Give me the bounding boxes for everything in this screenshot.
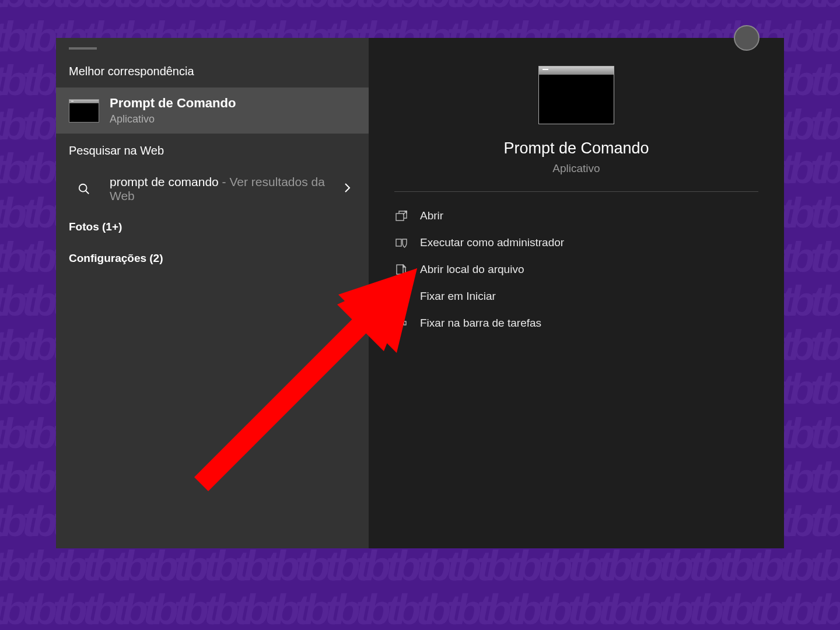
open-label: Abrir <box>420 209 443 222</box>
pin-icon <box>394 290 408 302</box>
best-match-title: Prompt de Comando <box>110 96 236 111</box>
settings-category[interactable]: Configurações (2) <box>56 243 369 274</box>
svg-rect-4 <box>396 239 401 246</box>
action-list: Abrir Executar como administrador Abrir … <box>369 192 784 347</box>
svg-rect-12 <box>404 321 406 325</box>
pin-taskbar-action[interactable]: Fixar na barra de tarefas <box>394 310 758 337</box>
tab-indicator <box>56 38 369 54</box>
svg-rect-2 <box>396 214 404 220</box>
open-location-label: Abrir local do arquivo <box>420 263 524 276</box>
app-subtitle: Aplicativo <box>552 162 600 175</box>
svg-rect-10 <box>404 295 406 298</box>
run-admin-action[interactable]: Executar como administrador <box>394 229 758 256</box>
open-icon <box>394 210 408 222</box>
pin-start-action[interactable]: Fixar em Iniciar <box>394 283 758 310</box>
web-search-header: Pesquisar na Web <box>56 134 369 167</box>
pin-taskbar-label: Fixar na barra de tarefas <box>420 317 541 330</box>
folder-icon <box>394 264 408 275</box>
run-admin-label: Executar como administrador <box>420 236 564 249</box>
search-icon <box>69 183 99 195</box>
web-search-result[interactable]: prompt de comando - Ver resultados da We… <box>56 167 369 211</box>
cmd-icon <box>538 66 614 124</box>
svg-line-1 <box>86 191 89 194</box>
start-search-window: Melhor correspondência Prompt de Comando… <box>56 38 784 548</box>
photos-category[interactable]: Fotos (1+) <box>56 211 369 243</box>
open-action[interactable]: Abrir <box>394 202 758 229</box>
shield-icon <box>394 237 408 249</box>
svg-rect-5 <box>397 265 403 274</box>
cmd-icon <box>69 99 99 123</box>
app-preview: Prompt de Comando Aplicativo <box>369 38 784 191</box>
best-match-result[interactable]: Prompt de Comando Aplicativo <box>56 88 369 134</box>
app-title: Prompt de Comando <box>503 139 649 158</box>
pin-start-label: Fixar em Iniciar <box>420 290 496 303</box>
best-match-header: Melhor correspondência <box>56 54 369 88</box>
svg-point-0 <box>79 184 87 192</box>
search-results-panel: Melhor correspondência Prompt de Comando… <box>56 38 369 548</box>
pin-icon <box>394 317 408 329</box>
chevron-right-icon <box>344 183 356 196</box>
open-location-action[interactable]: Abrir local do arquivo <box>394 256 758 283</box>
avatar[interactable] <box>734 25 760 51</box>
best-match-subtitle: Aplicativo <box>110 113 236 125</box>
web-search-query: prompt de comando <box>110 175 219 188</box>
app-details-panel: Prompt de Comando Aplicativo Abrir Execu… <box>369 38 784 548</box>
